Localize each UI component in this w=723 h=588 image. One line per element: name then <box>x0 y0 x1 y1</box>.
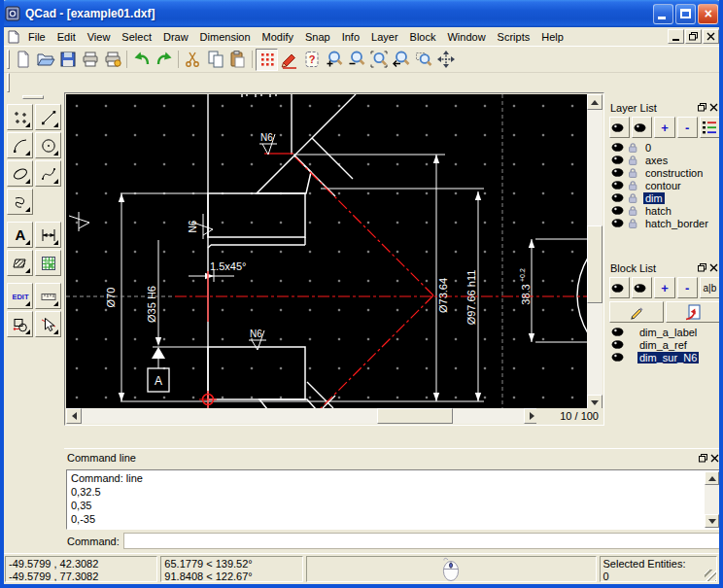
layer-lock-icon[interactable] <box>628 192 637 203</box>
layer-visibility-icon[interactable] <box>611 156 624 164</box>
block-row[interactable]: dim_a_label <box>608 326 721 338</box>
layer-lock-icon[interactable] <box>628 155 637 165</box>
show-all-blocks-button[interactable] <box>609 277 630 298</box>
remove-layer-button[interactable]: - <box>677 117 698 138</box>
hide-all-layers-button[interactable] <box>632 117 652 138</box>
command-panel-float-button[interactable] <box>697 452 708 464</box>
block-list-float-button[interactable] <box>696 262 707 274</box>
maximize-button[interactable] <box>675 4 696 24</box>
block-list-close-button[interactable] <box>707 262 719 274</box>
tool-splines-button[interactable] <box>35 160 61 187</box>
command-history-scrollbar[interactable] <box>705 471 719 528</box>
canvas-hscrollbar[interactable] <box>66 408 539 424</box>
tool-hatches-button[interactable] <box>7 250 33 276</box>
command-panel-titlebar[interactable]: Command line <box>64 449 723 465</box>
layer-lock-icon[interactable] <box>628 218 637 228</box>
insert-block-button[interactable] <box>666 301 720 323</box>
menu-item-file[interactable]: File <box>22 29 52 45</box>
minimize-button[interactable] <box>653 4 673 24</box>
block-visibility-icon[interactable] <box>611 328 624 336</box>
zoom-previous-button[interactable] <box>390 49 412 71</box>
command-input[interactable] <box>123 533 721 549</box>
resize-grip[interactable] <box>705 570 716 581</box>
tool-edit-button[interactable]: EDIT <box>7 283 33 309</box>
show-all-layers-button[interactable] <box>609 117 630 138</box>
zoom-in-button[interactable] <box>323 49 345 71</box>
hscroll-left-button[interactable] <box>66 408 82 424</box>
menu-item-layer[interactable]: Layer <box>365 29 404 45</box>
cut-button[interactable] <box>182 49 204 71</box>
menu-item-dimension[interactable]: Dimension <box>194 29 257 45</box>
tool-circles-button[interactable] <box>35 132 61 158</box>
toolbar-handle[interactable] <box>7 50 10 69</box>
close-button[interactable]: × <box>698 4 718 24</box>
copy-button[interactable] <box>204 49 226 71</box>
tool-select-button[interactable] <box>35 311 61 337</box>
menu-item-modify[interactable]: Modify <box>257 29 299 45</box>
tool-ellipses-button[interactable] <box>7 160 33 187</box>
menu-item-view[interactable]: View <box>82 29 117 45</box>
layer-row[interactable]: contour <box>608 179 721 191</box>
mdi-minimize-button[interactable] <box>668 29 684 44</box>
menu-item-draw[interactable]: Draw <box>157 29 194 45</box>
palette-handle[interactable] <box>22 95 44 99</box>
add-block-button[interactable]: + <box>654 277 674 298</box>
layer-visibility-icon[interactable] <box>611 219 624 227</box>
block-row-selected[interactable]: dim_sur_N6 <box>608 351 721 363</box>
tool-blocks-button[interactable] <box>7 311 33 337</box>
vscroll-thumb[interactable] <box>587 225 602 303</box>
new-file-button[interactable] <box>12 49 34 71</box>
layer-row[interactable]: construction <box>608 166 721 179</box>
layer-list-titlebar[interactable]: Layer List <box>608 100 721 115</box>
tool-lines-button[interactable] <box>35 104 61 130</box>
block-row[interactable]: dim_a_ref <box>608 338 721 351</box>
mdi-restore-button[interactable] <box>685 29 702 44</box>
layer-lock-icon[interactable] <box>628 180 637 190</box>
layer-visibility-icon[interactable] <box>611 181 624 190</box>
layer-visibility-icon[interactable] <box>611 193 624 202</box>
layer-attributes-button[interactable] <box>700 117 720 138</box>
menu-item-block[interactable]: Block <box>404 29 442 45</box>
pan-button[interactable] <box>434 49 457 71</box>
layer-lock-icon[interactable] <box>628 205 637 216</box>
paste-button[interactable] <box>226 49 249 71</box>
tool-text-button[interactable]: A <box>7 222 33 248</box>
tool-points-button[interactable] <box>7 104 33 130</box>
redraw-button[interactable]: ? <box>300 49 323 71</box>
undo-button[interactable] <box>130 49 153 71</box>
layer-row-selected[interactable]: dim <box>608 191 721 204</box>
grid-toggle-button[interactable] <box>256 49 278 71</box>
add-layer-button[interactable]: + <box>654 117 674 138</box>
menu-item-scripts[interactable]: Scripts <box>492 29 536 45</box>
layer-row[interactable]: hatch <box>608 204 721 217</box>
layer-list-close-button[interactable] <box>707 102 719 114</box>
zoom-auto-button[interactable] <box>367 49 390 71</box>
block-visibility-icon[interactable] <box>611 353 624 362</box>
tool-measure-button[interactable] <box>35 283 61 309</box>
print-button[interactable] <box>79 49 101 71</box>
menu-item-edit[interactable]: Edit <box>52 29 82 45</box>
history-scroll-down-button[interactable] <box>705 514 719 528</box>
command-panel-close-button[interactable] <box>708 452 720 464</box>
redo-button[interactable] <box>153 49 175 71</box>
menu-item-window[interactable]: Window <box>441 29 491 45</box>
zoom-window-button[interactable] <box>412 49 434 71</box>
canvas-vscrollbar[interactable] <box>587 94 602 410</box>
edit-block-button[interactable] <box>609 301 664 323</box>
layer-lock-icon[interactable] <box>628 167 637 178</box>
layer-visibility-icon[interactable] <box>611 143 624 152</box>
menu-item-info[interactable]: Info <box>336 29 365 45</box>
menu-item-select[interactable]: Select <box>116 29 157 45</box>
menu-item-snap[interactable]: Snap <box>299 29 336 45</box>
zoom-out-button[interactable] <box>345 49 367 71</box>
block-list-titlebar[interactable]: Block List <box>608 260 721 275</box>
layer-list-float-button[interactable] <box>696 102 707 114</box>
block-visibility-icon[interactable] <box>611 340 624 349</box>
command-history[interactable]: Command: line 0,32.5 0,35 0,-35 <box>66 469 721 530</box>
history-scroll-up-button[interactable] <box>705 471 719 485</box>
tool-images-button[interactable] <box>35 250 61 276</box>
tool-arcs-button[interactable] <box>7 132 33 158</box>
mdi-close-button[interactable] <box>703 29 719 44</box>
layer-visibility-icon[interactable] <box>611 168 624 177</box>
layer-visibility-icon[interactable] <box>611 206 624 215</box>
